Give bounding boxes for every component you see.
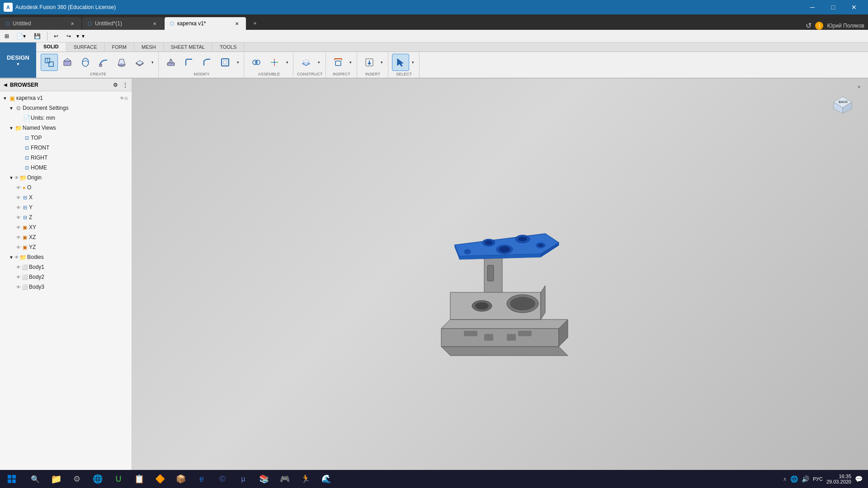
root-eye-icon[interactable]: 👁 bbox=[120, 96, 124, 101]
tab-tools[interactable]: TOOLS bbox=[212, 42, 244, 52]
taskbar-chrome[interactable]: 🌐 bbox=[88, 471, 108, 487]
taskbar-app5[interactable]: 📋 bbox=[129, 471, 149, 487]
start-button[interactable] bbox=[2, 471, 22, 487]
origin-xz-item[interactable]: 👁 ▣ XZ bbox=[0, 232, 132, 242]
taskbar-search[interactable]: 🔍 bbox=[25, 471, 45, 487]
construct-dropdown[interactable]: ▾ bbox=[316, 54, 322, 71]
taskbar-ie[interactable]: e bbox=[192, 471, 212, 487]
doc-settings-item[interactable]: ▼ ⚙ Document Settings bbox=[0, 103, 132, 113]
press-pull-button[interactable] bbox=[162, 54, 179, 71]
design-button[interactable]: DESIGN ▼ bbox=[0, 42, 36, 78]
tab-untitled[interactable]: ⬡ Untitled ✕ bbox=[0, 17, 81, 30]
view-top-item[interactable]: ⊡ TOP bbox=[0, 133, 132, 143]
chamfer-button[interactable] bbox=[198, 54, 216, 71]
bodies-eye-icon[interactable]: 👁 bbox=[14, 255, 19, 260]
body1-item[interactable]: 👁 ⬜ Body1 bbox=[0, 262, 132, 272]
tab-close-icon[interactable]: ✕ bbox=[69, 20, 76, 27]
taskbar-app7[interactable]: 📦 bbox=[171, 471, 191, 487]
tab-karetka[interactable]: ⬡ каретка v1* ✕ bbox=[165, 17, 246, 30]
eye-icon[interactable]: 👁 bbox=[16, 265, 21, 270]
view-front-item[interactable]: ⊡ FRONT bbox=[0, 143, 132, 153]
close-button[interactable]: ✕ bbox=[844, 0, 864, 14]
body2-item[interactable]: 👁 ⬜ Body2 bbox=[0, 272, 132, 282]
eye-icon[interactable]: 👁 bbox=[16, 225, 21, 230]
file-menu-button[interactable]: 📄▾ bbox=[13, 31, 29, 42]
eye-icon[interactable]: 👁 bbox=[16, 285, 21, 290]
undo-dropdown[interactable]: ▾ bbox=[75, 31, 80, 42]
maximize-button[interactable]: □ bbox=[823, 0, 844, 14]
keyboard-layout[interactable]: РУС bbox=[813, 476, 823, 482]
sweep-button[interactable] bbox=[95, 54, 112, 71]
taskbar-app13[interactable]: 🏃 bbox=[296, 471, 316, 487]
view-home-item[interactable]: ⊡ HOME bbox=[0, 163, 132, 173]
network-icon[interactable]: 🌐 bbox=[790, 475, 798, 483]
redo-dropdown[interactable]: ▾ bbox=[81, 31, 85, 42]
insert-button[interactable] bbox=[361, 54, 378, 71]
tab-close-icon[interactable]: ✕ bbox=[151, 20, 158, 27]
volume-icon[interactable]: 🔊 bbox=[802, 475, 809, 483]
origin-o-item[interactable]: 👁 ◆ O bbox=[0, 183, 132, 192]
origin-eye-icon[interactable]: 👁 bbox=[14, 175, 19, 180]
origin-item[interactable]: ▼ 👁 📁 Origin bbox=[0, 173, 132, 183]
eye-icon[interactable]: 👁 bbox=[16, 195, 21, 200]
fillet-button[interactable] bbox=[180, 54, 198, 71]
tab-sheet-metal[interactable]: SHEET METAL bbox=[164, 42, 212, 52]
eye-icon[interactable]: 👁 bbox=[16, 275, 21, 280]
notifications-icon[interactable]: 💬 bbox=[855, 475, 863, 483]
refresh-icon[interactable]: ↺ bbox=[806, 21, 811, 30]
revolve-button[interactable] bbox=[77, 54, 94, 71]
origin-z-item[interactable]: 👁 ⊟ Z bbox=[0, 212, 132, 222]
extrude-button[interactable] bbox=[59, 54, 76, 71]
assemble-dropdown[interactable]: ▾ bbox=[284, 54, 290, 71]
3d-viewport[interactable]: ✕ BACK bbox=[132, 79, 868, 474]
loft-button[interactable] bbox=[113, 54, 130, 71]
tab-surface[interactable]: SURFACE bbox=[66, 42, 105, 52]
tab-solid[interactable]: SOLID bbox=[36, 42, 66, 52]
bodies-item[interactable]: ▼ 👁 📁 Bodies bbox=[0, 252, 132, 262]
new-tab-button[interactable]: + bbox=[249, 17, 261, 30]
new-joint-button[interactable] bbox=[248, 54, 265, 71]
taskbar-app12[interactable]: 🎮 bbox=[275, 471, 295, 487]
taskbar-app14[interactable]: 🌊 bbox=[316, 471, 336, 487]
viewcube[interactable]: ✕ BACK bbox=[825, 84, 861, 120]
insert-dropdown[interactable]: ▾ bbox=[379, 54, 385, 71]
tab-form[interactable]: FORM bbox=[105, 42, 134, 52]
browser-more-icon[interactable]: ⋮ bbox=[123, 82, 128, 88]
notification-count[interactable]: 1 bbox=[815, 22, 823, 30]
tab-close-icon[interactable]: ✕ bbox=[233, 20, 241, 27]
taskbar-settings[interactable]: ⚙ bbox=[67, 471, 87, 487]
undo-button[interactable]: ↩ bbox=[50, 31, 62, 42]
box-button[interactable] bbox=[131, 54, 148, 71]
taskbar-app10[interactable]: µ bbox=[233, 471, 253, 487]
origin-yz-item[interactable]: 👁 ▣ YZ bbox=[0, 242, 132, 252]
shell-button[interactable] bbox=[217, 54, 234, 71]
eye-icon[interactable]: 👁 bbox=[16, 185, 21, 190]
origin-xy-item[interactable]: 👁 ▣ XY bbox=[0, 222, 132, 232]
inspect-dropdown[interactable]: ▾ bbox=[348, 54, 354, 71]
units-item[interactable]: 📄 Units: mm bbox=[0, 113, 132, 123]
browser-settings-icon[interactable]: ⚙ bbox=[113, 82, 118, 88]
eye-icon[interactable]: 👁 bbox=[16, 245, 21, 250]
taskbar-app9[interactable]: © bbox=[212, 471, 232, 487]
named-views-item[interactable]: ▼ 📁 Named Views bbox=[0, 123, 132, 133]
grid-menu-button[interactable]: ⊞ bbox=[2, 31, 12, 42]
minimize-button[interactable]: ─ bbox=[802, 0, 823, 14]
root-settings-icon[interactable]: ⊙ bbox=[124, 96, 128, 101]
select-button[interactable] bbox=[392, 54, 409, 71]
taskbar-file-explorer[interactable]: 📁 bbox=[46, 471, 66, 487]
modify-dropdown[interactable]: ▾ bbox=[235, 54, 241, 71]
eye-icon[interactable]: 👁 bbox=[16, 205, 21, 210]
measure-button[interactable] bbox=[330, 54, 347, 71]
browser-root-item[interactable]: ▼ ▣ каретка v1 👁 ⊙ bbox=[0, 93, 132, 103]
eye-icon[interactable]: 👁 bbox=[16, 215, 21, 220]
view-right-item[interactable]: ⊡ RIGHT bbox=[0, 153, 132, 163]
body3-item[interactable]: 👁 ⬜ Body3 bbox=[0, 282, 132, 292]
save-button[interactable]: 💾 bbox=[30, 31, 44, 42]
taskbar-app4[interactable]: U bbox=[108, 471, 128, 487]
eye-icon[interactable]: 👁 bbox=[16, 235, 21, 240]
taskbar-app11[interactable]: 📚 bbox=[254, 471, 274, 487]
system-tray-chevron[interactable]: ∧ bbox=[783, 476, 787, 482]
origin-y-item[interactable]: 👁 ⊟ Y bbox=[0, 202, 132, 212]
clock[interactable]: 16:35 29.03.2020 bbox=[826, 474, 851, 484]
tab-untitled-1[interactable]: ⬡ Untitled*(1) ✕ bbox=[82, 17, 164, 30]
